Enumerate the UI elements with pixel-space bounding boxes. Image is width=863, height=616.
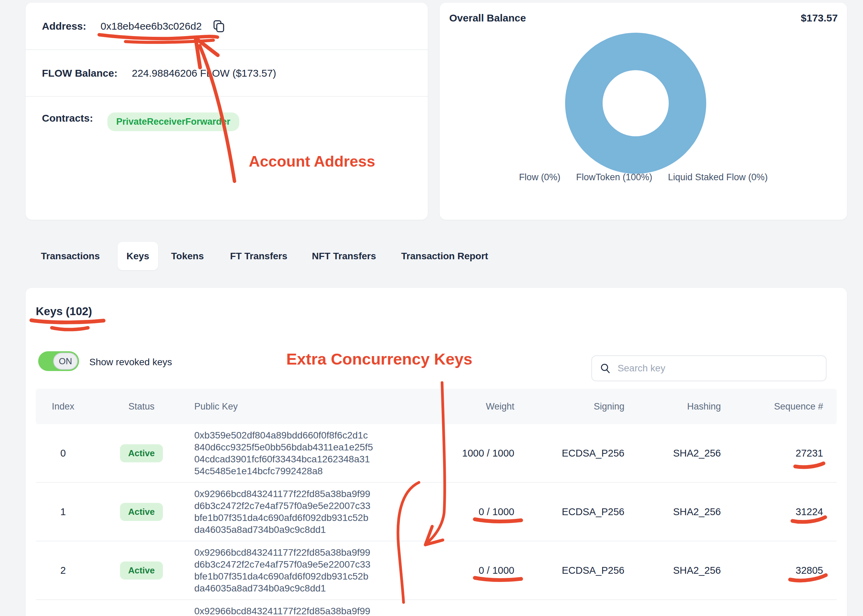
search-key-box: [591, 355, 827, 381]
key-signing-algo: ECDSA_P256: [544, 483, 624, 541]
contracts-label: Contracts:: [42, 112, 93, 124]
public-key-value: 0x92966bcd843241177f22fd85a38ba9f99 d6b3…: [194, 547, 371, 594]
tab-ft-transfers[interactable]: FT Transfers: [230, 242, 287, 270]
status-badge: Active: [120, 503, 163, 521]
key-index: 3: [46, 600, 80, 616]
flow-balance-row: FLOW Balance: 224.98846206 FLOW ($173.57…: [25, 49, 428, 96]
tab-keys[interactable]: Keys: [118, 242, 158, 270]
keys-card: Keys (102) ON Show revoked keys IndexSta…: [25, 288, 847, 616]
address-row: Address: 0x18eb4ee6b3c026d2: [25, 3, 428, 49]
table-row: 0 Active 0xb359e502df804a89bdd660f0f8f6c…: [36, 424, 837, 483]
key-index: 0: [46, 424, 80, 482]
search-icon: [599, 362, 611, 375]
account-tabs: TransactionsKeysTokensFT TransfersNFT Tr…: [0, 242, 863, 270]
tab-transaction-report[interactable]: Transaction Report: [401, 242, 488, 270]
public-key-value: 0x92966bcd843241177f22fd85a38ba9f99 d6b3…: [194, 488, 371, 536]
overall-balance-card: Overall Balance $173.57 Flow (0%)FlowTok…: [440, 3, 847, 220]
column-header: Public Key: [194, 389, 392, 424]
column-header: Status: [114, 389, 169, 424]
address-value: 0x18eb4ee6b3c026d2: [101, 20, 202, 32]
key-weight: 0 / 1000: [435, 600, 514, 616]
key-weight: 1000 / 1000: [435, 424, 514, 482]
status-badge: Active: [120, 444, 163, 462]
show-revoked-keys-label: Show revoked keys: [89, 355, 172, 369]
key-hashing-algo: SHA2_256: [643, 600, 721, 616]
column-header: Hashing: [643, 389, 721, 424]
key-sequence-number: [745, 600, 823, 616]
key-signing-algo: ECDSA_P256: [544, 541, 624, 599]
account-info-card: Address: 0x18eb4ee6b3c026d2 FLOW Balance…: [25, 3, 428, 220]
key-weight: 0 / 1000: [435, 541, 514, 599]
public-key-value: 0xb359e502df804a89bdd660f0f8f6c2d1c 840d…: [194, 429, 373, 477]
key-hashing-algo: SHA2_256: [643, 541, 721, 599]
flow-balance-value: 224.98846206 FLOW ($173.57): [132, 68, 277, 79]
contract-chip[interactable]: PrivateReceiverForwarder: [107, 112, 239, 131]
address-label: Address:: [42, 20, 86, 32]
key-hashing-algo: SHA2_256: [643, 424, 721, 482]
key-signing-algo: ECDSA_P256: [544, 424, 624, 482]
copy-icon: [212, 19, 226, 33]
tab-tokens[interactable]: Tokens: [171, 242, 204, 270]
key-hashing-algo: SHA2_256: [643, 483, 721, 541]
public-key-value: 0x92966bcd843241177f22fd85a38ba9f99 d6b3…: [194, 605, 371, 616]
contracts-row: Contracts: PrivateReceiverForwarder: [25, 96, 428, 220]
key-sequence-number: 27231: [745, 424, 823, 482]
table-row: 2 Active 0x92966bcd843241177f22fd85a38ba…: [36, 541, 837, 600]
key-signing-algo: ECDSA_P256: [544, 600, 624, 616]
key-index: 1: [46, 483, 80, 541]
keys-heading: Keys (102): [36, 305, 92, 318]
tab-transactions[interactable]: Transactions: [41, 242, 100, 270]
chart-legend: Flow (0%)FlowToken (100%)Liquid Staked F…: [440, 172, 847, 182]
keys-table: IndexStatusPublic KeyWeightSigningHashin…: [36, 389, 837, 616]
column-header: Weight: [435, 389, 514, 424]
tab-nft-transfers[interactable]: NFT Transfers: [312, 242, 376, 270]
key-sequence-number: 31224: [745, 483, 823, 541]
column-header: Index: [46, 389, 80, 424]
legend-item: FlowToken (100%): [576, 172, 652, 182]
table-row: 1 Active 0x92966bcd843241177f22fd85a38ba…: [36, 483, 837, 541]
key-index: 2: [46, 541, 80, 599]
key-sequence-number: 32805: [745, 541, 823, 599]
table-row: 3 Active 0x92966bcd843241177f22fd85a38ba…: [36, 600, 837, 616]
keys-table-header: IndexStatusPublic KeyWeightSigningHashin…: [36, 389, 837, 424]
search-key-input[interactable]: [618, 363, 818, 374]
column-header: Signing: [544, 389, 624, 424]
keys-table-body: 0 Active 0xb359e502df804a89bdd660f0f8f6c…: [36, 424, 837, 616]
overall-balance-title: Overall Balance: [449, 12, 526, 24]
status-badge: Active: [120, 561, 163, 580]
balance-donut-chart: [564, 32, 707, 175]
copy-address-button[interactable]: [211, 19, 226, 34]
key-weight: 0 / 1000: [435, 483, 514, 541]
show-revoked-keys-toggle[interactable]: ON: [38, 351, 79, 371]
column-header: Sequence #: [745, 389, 823, 424]
donut-ring-flowtoken: [584, 52, 687, 155]
flow-balance-label: FLOW Balance:: [42, 68, 118, 79]
toggle-knob[interactable]: ON: [53, 353, 78, 370]
legend-item: Liquid Staked Flow (0%): [668, 172, 768, 182]
overall-balance-amount: $173.57: [801, 12, 838, 24]
legend-item: Flow (0%): [519, 172, 561, 182]
